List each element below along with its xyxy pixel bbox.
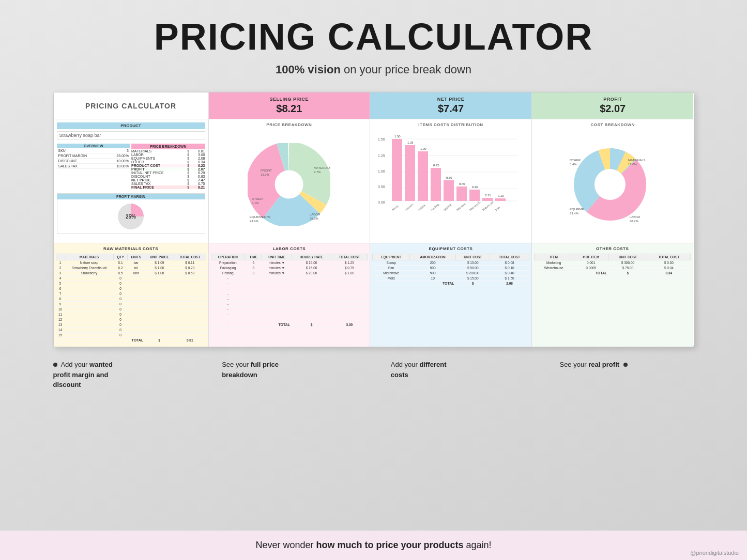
selling-price-cell: SELLING PRICE $8.21 [209,92,371,119]
other-table: ITEM # OF ITEM UNIT COST TOTAL COST Mark… [534,254,691,276]
materials-row-9: 9 0 [56,302,206,307]
net-price-cell: NET PRICE $7.47 [370,92,532,119]
calc-title-text: PRICING CALCULATOR [85,102,176,110]
cost-breakdown-pie-container: OTHER 5.4% MATERIALS 13.0% EQUIPME. 33.4… [535,129,691,240]
items-costs-chart-cell: ITEMS COSTS DISTRIBUTION 1.50 1.25 1.00 … [370,119,532,243]
materials-table: MATERIALS QTY UNITS UNIT PRICE TOTAL COS… [56,254,206,343]
materials-row-13: 13 0 [56,322,206,328]
annotation-2: See your full pricebreakdown [222,360,356,390]
label-equip: EQUIPMENTS [250,215,270,219]
labor-table: OPERATION TIME UNIT TIME HOURLY RATE TOT… [211,254,368,328]
profit-value: $2.07 [600,103,626,115]
overview-sku-label: SKU [57,148,106,153]
materials-row-7: 7 0 [56,291,206,297]
svg-text:1.25: 1.25 [407,141,414,144]
label-materials: MATERIALS [314,166,330,169]
labor-empty-5: - [211,297,368,302]
svg-text:Packag.: Packag. [430,203,440,212]
equipment-title: EQUIPMENT COSTS [372,245,529,252]
ss-bottom-row: RAW MATERIALS COSTS MATERIALS QTY UNITS … [54,243,694,347]
svg-text:Stabiliz.: Stabiliz. [443,203,453,211]
profit-margin-content: 25% [57,199,205,234]
materials-row-5: 5 0 [56,281,206,286]
labor-section: LABOR COSTS OPERATION TIME UNIT TIME HOU… [209,243,371,347]
pb-initial-row: INITIAL NET PRICE $ 8.29 [131,171,205,175]
lab-col-total: TOTAL COST [331,254,368,260]
annotation-4: See your real profit [559,360,694,390]
overview-tax-label: SALES TAX [57,164,106,169]
eq-row-mold: Mold 10 $ 15.00 $ 1.50 [373,276,529,281]
eq-row-microwave: Microwave 500 $ 200.00 $ 0.40 [373,271,529,276]
equipment-section: EQUIPMENT COSTS EQUIPMENT AMORTIZATION U… [370,243,532,347]
mat-col-total: TOTAL COST [174,254,206,260]
svg-text:1.25: 1.25 [378,154,385,158]
svg-text:0.30: 0.30 [472,185,478,189]
ot-col-cost: UNIT COST [608,254,647,260]
page-title: PRICING CALCULATOR [154,15,593,58]
svg-text:48.2%: 48.2% [630,220,639,223]
subtitle: 100% vision on your price break down [154,63,593,76]
pb-labor-row: LABOR $ 3.00 [131,153,205,157]
svg-text:0.40: 0.40 [459,182,465,185]
equipment-table: EQUIPMENT AMORTIZATION UNIT COST TOTAL C… [372,254,529,286]
footer-text-bold: how much to price your products [316,540,463,550]
overview-discount-label: DISCOUNT [57,159,106,164]
overview-table: SKU 3 PROFIT MARGIN 25.00% DISCOUNT 10.0… [57,148,131,169]
svg-text:Pan: Pan [495,206,500,211]
lab-col-rate: HOURLY RATE [292,254,331,260]
eq-col-total: TOTAL COST [490,254,529,260]
overview-tax-row: SALES TAX 10.00% [57,164,131,169]
svg-text:9.7%: 9.7% [314,170,321,174]
equipment-header-row: EQUIPMENT AMORTIZATION UNIT COST TOTAL C… [373,254,529,260]
svg-text:4.1%: 4.1% [252,201,259,205]
svg-text:1.50: 1.50 [378,137,385,141]
materials-header-row: MATERIALS QTY UNITS UNIT PRICE TOTAL COS… [56,254,206,260]
ot-col-num: # OF ITEM [573,254,608,260]
bar-5 [444,180,454,201]
svg-text:0.00: 0.00 [378,200,385,204]
gauge-chart: 25% [118,204,144,229]
annotation-1: Add your wantedprofit margin anddiscount [53,360,188,390]
labor-row-prep: Preparation 5 minutes ▼ $ 15.00 $ 1.25 [211,260,368,266]
spreadsheet-container: PRICING CALCULATOR SELLING PRICE $8.21 N… [53,92,694,347]
materials-section: RAW MATERIALS COSTS MATERIALS QTY UNITS … [54,243,209,347]
svg-text:0.75: 0.75 [433,164,439,167]
labor-empty-1: - [211,276,368,281]
labor-empty-8: - [211,312,368,317]
lab-col-unit-time: UNIT TIME [262,254,292,260]
overview-margin-val: 25.00% [106,153,130,159]
svg-text:0.50: 0.50 [446,176,452,179]
svg-text:0.10: 0.10 [498,194,504,197]
selling-price-label: SELLING PRICE [270,97,309,102]
materials-title: RAW MATERIALS COSTS [56,245,206,252]
cost-breakdown-title: COST BREAKDOWN [535,122,691,127]
labor-empty-7: - [211,307,368,312]
footer-text-after: again! [464,540,492,550]
ss-mid-row: PRODUCT Strawberry soap bar OVERVIEW SKU… [54,119,694,243]
overview-tax-val: 10.00% [106,164,130,169]
materials-total-label: TOTAL [56,338,145,343]
eq-row-pan: Pan 500 $ 50.00 $ 0.10 [373,266,529,271]
bar-9 [495,198,506,201]
svg-text:35.0%: 35.0% [310,217,319,220]
bar-2 [405,145,415,201]
lab-col-op: OPERATION [211,254,245,260]
labor-empty-2: - [211,281,368,286]
price-breakdown-pie: PROFIT 33.0% OTHER 4.1% EQUIPMENTS 23.6%… [248,143,330,226]
bar-1 [392,139,402,201]
price-breakdown-table: MATERIALS $ 0.81 LABOR $ 3.00 EQUIPMENTS [131,149,205,189]
eq-col-amort: AMORTIZATION [410,254,456,260]
footer-wrapper: Never wonder how much to price your prod… [0,531,747,560]
product-name: Strawberry soap bar [57,131,205,139]
left-panel: PRODUCT Strawberry soap bar OVERVIEW SKU… [54,119,209,243]
mat-col-units: UNITS [127,254,145,260]
subtitle-bold: 100% vision [276,63,341,76]
materials-row-2: 2 Strawberry Essential oil 0.2 ml $ 1.00… [56,266,206,271]
materials-row-1: 1 Nature soap 0.1 bar $ 1.09 $ 0.11 [56,260,206,266]
svg-text:Nature ver.: Nature ver. [482,200,495,211]
svg-point-37 [596,170,624,199]
materials-row-4: 4 0 [56,276,206,281]
bar-chart-wrapper: 1.50 1.25 1.00 0.50 0.00 [373,129,528,240]
materials-row-15: 15 0 [56,333,206,338]
materials-row-12: 12 0 [56,317,206,322]
